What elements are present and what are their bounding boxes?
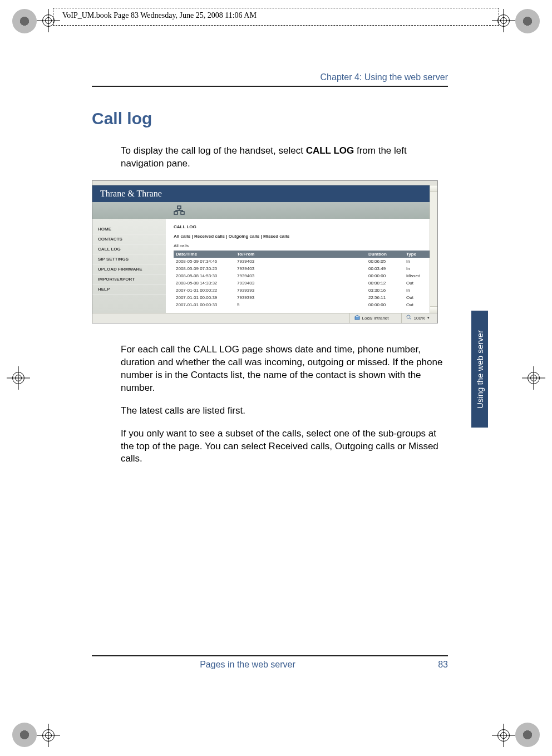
- svg-rect-2: [181, 212, 184, 214]
- sidebar-item-help[interactable]: HELP: [92, 284, 166, 294]
- col-tofrom[interactable]: To/From: [235, 251, 366, 258]
- chapter-header: Chapter 4: Using the web server: [92, 72, 448, 82]
- cell-duration: 00:00:00: [366, 272, 404, 279]
- print-mark-top-right: [515, 9, 540, 33]
- intro-bold: CALL LOG: [306, 145, 354, 156]
- print-mark-top-left: [12, 9, 37, 33]
- network-icon: [174, 205, 185, 215]
- intranet-icon: [354, 315, 360, 321]
- cell-date: 2008-05-08 14:53:30: [174, 272, 235, 279]
- screenshot-sidebar: HOME CONTACTS CALL LOG SIP SETTINGS UPLO…: [92, 219, 166, 313]
- sidebar-item-import-export[interactable]: IMPORT/EXPORT: [92, 274, 166, 284]
- thumb-tab-label: Using the web server: [475, 330, 485, 409]
- table-row: 2008-05-08 14:33:32793940300:00:12Out: [174, 279, 432, 287]
- cell-duration: 00:00:12: [366, 279, 404, 287]
- cell-type: Out: [404, 301, 432, 308]
- scroll-up-button[interactable]: [430, 185, 437, 192]
- svg-rect-0: [178, 206, 181, 209]
- svg-rect-1: [174, 212, 178, 214]
- panel-filters[interactable]: All calls | Received calls | Outgoing ca…: [174, 234, 432, 239]
- section-title: Call log: [92, 109, 448, 128]
- cell-date: 2007-01-01 00:00:33: [174, 301, 235, 308]
- print-mark-bottom-right: [515, 723, 540, 747]
- screenshot-toolbar: [92, 202, 437, 219]
- registration-mark-top-right: [495, 12, 512, 29]
- cell-duration: 00:00:00: [366, 301, 404, 308]
- cell-tofrom: 7939403: [235, 265, 366, 272]
- screenshot-panel: CALL LOG All calls | Received calls | Ou…: [166, 219, 437, 313]
- screenshot-titlebar: [92, 181, 437, 185]
- cell-duration: 22:56:11: [366, 294, 404, 301]
- status-zone: Local intranet: [349, 313, 393, 323]
- zoom-icon: [406, 315, 412, 321]
- status-zone-label: Local intranet: [362, 316, 389, 321]
- cell-tofrom: 7939393: [235, 287, 366, 294]
- registration-mark-right: [525, 370, 542, 386]
- cell-tofrom: 7939403: [235, 258, 366, 265]
- cell-type: In: [404, 265, 432, 272]
- intro-text-before: To display the call log of the handset, …: [121, 145, 306, 156]
- svg-line-5: [410, 318, 411, 320]
- registration-mark-bottom-left: [40, 727, 57, 744]
- print-mark-bottom-left: [12, 723, 37, 747]
- cell-tofrom: 7939393: [235, 294, 366, 301]
- footer-rule: [92, 655, 448, 656]
- cell-date: 2008-05-09 07:34:46: [174, 258, 235, 265]
- cell-date: 2008-05-09 07:30:25: [174, 265, 235, 272]
- status-zoom[interactable]: 100% ▾: [401, 313, 434, 323]
- page-content: Chapter 4: Using the web server Call log…: [92, 72, 448, 475]
- cell-tofrom: 7939403: [235, 272, 366, 279]
- screenshot-brand: Thrane & Thrane: [92, 185, 437, 202]
- col-date[interactable]: Date/Time: [174, 251, 235, 258]
- cell-type: Missed: [404, 272, 432, 279]
- screenshot-statusbar: Local intranet 100% ▾: [92, 313, 437, 323]
- cell-duration: 00:06:05: [366, 258, 404, 265]
- table-row: 2008-05-09 07:34:46793940300:06:05In: [174, 258, 432, 265]
- paragraph-3: The latest calls are listed first.: [121, 405, 448, 418]
- cell-type: Out: [404, 279, 432, 287]
- registration-mark-bottom-right: [495, 727, 512, 744]
- header-rule: [92, 86, 448, 87]
- panel-current-view: All calls: [174, 243, 432, 248]
- table-row: 2007-01-01 00:00:39793939322:56:11Out: [174, 294, 432, 301]
- panel-title: CALL LOG: [174, 224, 432, 229]
- call-log-table: Date/Time To/From Duration Type 2008-05-…: [174, 251, 432, 308]
- cell-date: 2007-01-01 00:00:39: [174, 294, 235, 301]
- cell-duration: 03:30:16: [366, 287, 404, 294]
- col-type[interactable]: Type: [404, 251, 432, 258]
- col-duration[interactable]: Duration: [366, 251, 404, 258]
- registration-mark-top-left: [40, 12, 57, 29]
- intro-paragraph: To display the call log of the handset, …: [121, 145, 448, 170]
- cell-date: 2008-05-08 14:33:32: [174, 279, 235, 287]
- screenshot: Thrane & Thrane HOME CONTACTS CALL LOG S…: [92, 180, 438, 323]
- sidebar-item-home[interactable]: HOME: [92, 224, 166, 234]
- table-row: 2008-05-08 14:53:30793940300:00:00Missed: [174, 272, 432, 279]
- svg-rect-3: [355, 317, 359, 320]
- vertical-scrollbar[interactable]: [430, 185, 437, 313]
- screenshot-main: HOME CONTACTS CALL LOG SIP SETTINGS UPLO…: [92, 219, 437, 313]
- cell-type: In: [404, 287, 432, 294]
- sidebar-item-contacts[interactable]: CONTACTS: [92, 234, 166, 244]
- table-row: 2007-01-01 00:00:22793939303:30:16In: [174, 287, 432, 294]
- table-row: 2007-01-01 00:00:33500:00:00Out: [174, 301, 432, 308]
- footer-section: Pages in the web server: [92, 660, 403, 670]
- registration-mark-left: [10, 370, 27, 386]
- cell-date: 2007-01-01 00:00:22: [174, 287, 235, 294]
- footer-page-number: 83: [403, 660, 448, 670]
- cell-type: In: [404, 258, 432, 265]
- table-header-row: Date/Time To/From Duration Type: [174, 251, 432, 258]
- thumb-tab: Using the web server: [471, 311, 488, 428]
- page-footer: Pages in the web server 83: [92, 655, 448, 670]
- sidebar-item-call-log[interactable]: CALL LOG: [92, 244, 166, 254]
- cell-tofrom: 5: [235, 301, 366, 308]
- table-row: 2008-05-09 07:30:25793940300:03:49In: [174, 265, 432, 272]
- sidebar-item-sip-settings[interactable]: SIP SETTINGS: [92, 254, 166, 264]
- scroll-down-button[interactable]: [430, 306, 437, 313]
- cell-tofrom: 7939403: [235, 279, 366, 287]
- status-zoom-label: 100%: [414, 316, 425, 321]
- running-head: VoIP_UM.book Page 83 Wednesday, June 25,…: [62, 11, 257, 20]
- zoom-dropdown-icon: ▾: [427, 316, 430, 320]
- sidebar-item-upload-firmware[interactable]: UPLOAD FIRMWARE: [92, 264, 166, 274]
- cell-duration: 00:03:49: [366, 265, 404, 272]
- cell-type: Out: [404, 294, 432, 301]
